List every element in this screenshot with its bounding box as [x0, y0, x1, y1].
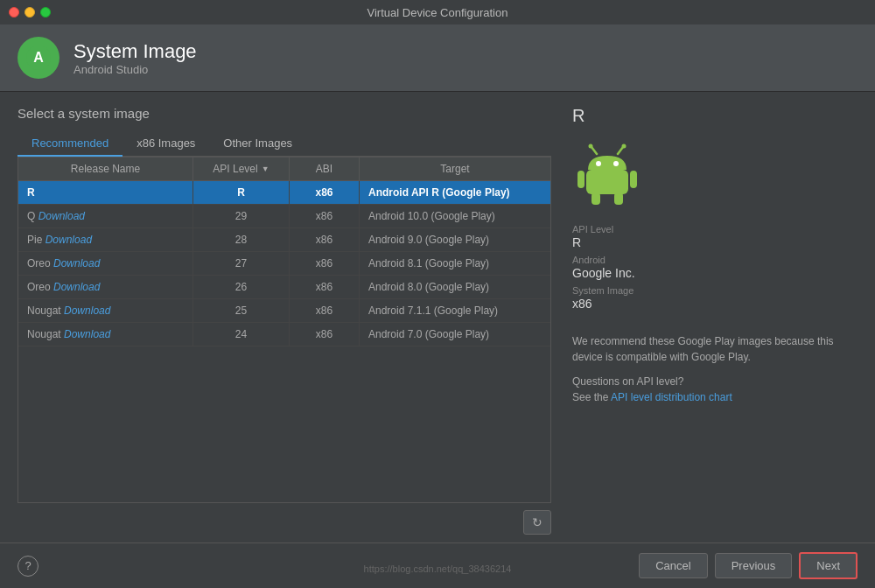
svg-rect-11 — [592, 192, 600, 205]
table-row[interactable]: Q Download 29 x86 Android 10.0 (Google P… — [18, 205, 550, 228]
system-image-table: Release Name API Level ▼ ABI Target R R … — [18, 157, 551, 503]
dialog-header: A System Image Android Studio — [0, 24, 875, 92]
table-row[interactable]: Pie Download 28 x86 Android 9.0 (Google … — [18, 228, 550, 252]
cell-release-name: Q Download — [18, 205, 193, 228]
svg-rect-9 — [578, 171, 584, 188]
window-controls — [9, 7, 51, 18]
svg-point-7 — [613, 161, 619, 166]
svg-text:A: A — [33, 50, 44, 65]
cell-target: Android 10.0 (Google Play) — [360, 205, 550, 228]
cell-api-level: 29 — [193, 205, 290, 228]
next-button[interactable]: Next — [799, 552, 858, 579]
api-level-label: API Level — [572, 224, 858, 234]
table-row[interactable]: Nougat Download 25 x86 Android 7.1.1 (Go… — [18, 299, 550, 323]
tabs-container: Recommended x86 Images Other Images — [18, 131, 551, 157]
cell-target: Android 7.0 (Google Play) — [360, 323, 550, 346]
cell-target: Android API R (Google Play) — [360, 181, 550, 204]
svg-rect-8 — [586, 170, 628, 194]
bottom-bar: ? https://blog.csdn.net/qq_38436214 Canc… — [0, 542, 875, 588]
maximize-button[interactable] — [40, 7, 51, 18]
left-panel: Select a system image Recommended x86 Im… — [18, 106, 551, 542]
android-studio-svg: A — [24, 44, 52, 72]
cell-abi: x86 — [290, 205, 360, 228]
main-content: Select a system image Recommended x86 Im… — [0, 92, 875, 542]
col-target: Target — [360, 158, 550, 180]
api-link-container: See the API level distribution chart — [572, 391, 858, 403]
bottom-buttons: Cancel Previous Next — [639, 552, 858, 579]
api-level-chart-link[interactable]: API level distribution chart — [611, 391, 732, 403]
table-row[interactable]: Oreo Download 27 x86 Android 8.1 (Google… — [18, 252, 550, 276]
cell-release-name: Nougat Download — [18, 299, 193, 322]
sort-arrow-icon: ▼ — [262, 164, 270, 173]
cell-api-level: 24 — [193, 323, 290, 346]
cell-abi: x86 — [290, 299, 360, 322]
cell-target: Android 8.0 (Google Play) — [360, 276, 550, 298]
cell-api-level: R — [193, 181, 290, 204]
tab-recommended[interactable]: Recommended — [18, 131, 122, 157]
android-value: Google Inc. — [572, 266, 858, 280]
system-image-label: System Image — [572, 285, 858, 296]
cell-api-level: 27 — [193, 252, 290, 275]
cell-release-name: Nougat Download — [18, 323, 193, 346]
svg-rect-12 — [614, 192, 623, 205]
svg-line-2 — [592, 147, 597, 154]
close-button[interactable] — [9, 7, 19, 18]
table-header: Release Name API Level ▼ ABI Target — [18, 158, 550, 181]
window-title: Virtual Device Configuration — [368, 6, 508, 19]
cell-abi: x86 — [290, 323, 360, 346]
refresh-button[interactable]: ↻ — [523, 510, 551, 535]
previous-button[interactable]: Previous — [715, 553, 793, 578]
cell-release-name: Oreo Download — [18, 252, 193, 275]
watermark: https://blog.csdn.net/qq_38436214 — [364, 564, 512, 574]
col-abi: ABI — [290, 158, 360, 180]
cell-release-name: R — [18, 181, 193, 204]
table-row[interactable]: Oreo Download 26 x86 Android 8.0 (Google… — [18, 276, 550, 299]
cell-target: Android 9.0 (Google Play) — [360, 228, 550, 251]
cell-abi: x86 — [290, 276, 360, 298]
svg-point-5 — [622, 144, 626, 149]
tab-x86-images[interactable]: x86 Images — [122, 131, 209, 157]
android-robot-image — [572, 140, 642, 210]
api-question: Questions on API level? — [572, 375, 858, 388]
selected-image-title: R — [572, 106, 858, 126]
android-label: Android — [572, 255, 858, 265]
cell-target: Android 8.1 (Google Play) — [360, 252, 550, 275]
cancel-button[interactable]: Cancel — [639, 553, 707, 578]
col-release-name: Release Name — [18, 158, 193, 180]
api-link-prefix: See the — [572, 391, 611, 403]
col-api-level[interactable]: API Level ▼ — [193, 158, 290, 180]
svg-rect-10 — [630, 171, 637, 188]
system-image-info: System Image x86 — [572, 285, 858, 311]
right-panel: R — [551, 106, 858, 542]
table-row[interactable]: R R x86 Android API R (Google Play) — [18, 181, 550, 205]
app-icon: A — [18, 37, 60, 79]
header-subtitle: Android Studio — [74, 63, 197, 76]
cell-abi: x86 — [290, 252, 360, 275]
system-image-value: x86 — [572, 297, 858, 311]
header-text: System Image Android Studio — [74, 40, 197, 76]
help-button[interactable]: ? — [18, 556, 38, 577]
section-title: Select a system image — [18, 106, 551, 121]
title-bar: Virtual Device Configuration — [0, 0, 875, 24]
cell-abi: x86 — [290, 228, 360, 251]
api-level-info: API Level R — [572, 224, 858, 249]
android-info: Android Google Inc. — [572, 255, 858, 280]
tab-other-images[interactable]: Other Images — [209, 131, 306, 157]
cell-target: Android 7.1.1 (Google Play) — [360, 299, 550, 322]
svg-point-6 — [596, 161, 601, 166]
refresh-area: ↻ — [18, 503, 551, 542]
minimize-button[interactable] — [24, 7, 35, 18]
cell-abi: x86 — [290, 181, 360, 204]
header-title: System Image — [74, 40, 197, 63]
cell-release-name: Oreo Download — [18, 276, 193, 298]
svg-line-4 — [618, 147, 623, 154]
cell-api-level: 28 — [193, 228, 290, 251]
cell-api-level: 25 — [193, 299, 290, 322]
api-level-value: R — [572, 235, 858, 249]
recommendation-text: We recommend these Google Play images be… — [572, 333, 858, 365]
table-row[interactable]: Nougat Download 24 x86 Android 7.0 (Goog… — [18, 323, 550, 346]
cell-release-name: Pie Download — [18, 228, 193, 251]
svg-point-3 — [589, 144, 593, 149]
cell-api-level: 26 — [193, 276, 290, 298]
